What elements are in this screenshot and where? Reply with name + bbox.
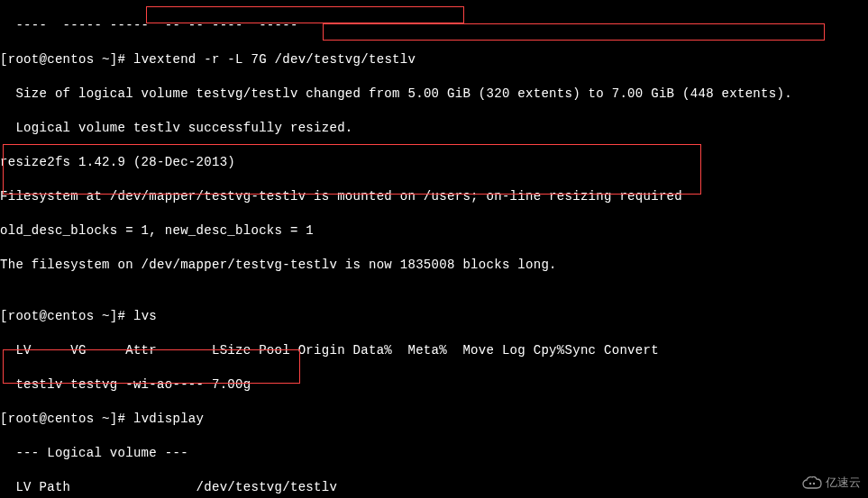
svg-point-0 — [809, 482, 811, 484]
prompt-line-lvdisplay: [root@centos ~]# lvdisplay — [0, 411, 868, 428]
lv-path: LV Path /dev/testvg/testlv — [0, 479, 868, 496]
resize2fs: resize2fs 1.42.9 (28-Dec-2013) — [0, 154, 868, 171]
desc-blocks: old_desc_blocks = 1, new_desc_blocks = 1 — [0, 222, 868, 240]
fs-now: The filesystem on /dev/mapper/testvg-tes… — [0, 257, 868, 274]
lvdisplay-header: --- Logical volume --- — [0, 445, 868, 462]
resize-success: Logical volume testlv successfully resiz… — [0, 120, 868, 137]
prompt: [root@centos ~]# — [0, 412, 133, 426]
truncated-line: ---- ----- ----- -- -- ---- ----- — [0, 17, 868, 34]
prompt-line-lvs: [root@centos ~]# lvs — [0, 308, 868, 325]
cloud-icon — [802, 476, 822, 489]
prompt: [root@centos ~]# — [0, 309, 133, 323]
size-change-line: Size of logical volume testvg/testlv cha… — [0, 86, 868, 103]
lvs-row: testlv testvg -wi-ao---- 7.00g — [0, 376, 868, 394]
lvextend-command: lvextend -r -L 7G /dev/testvg/testlv — [133, 52, 416, 67]
lvs-header: LV VG Attr LSize Pool Origin Data% Meta%… — [0, 342, 868, 359]
fs-mounted: Filesystem at /dev/mapper/testvg-testlv … — [0, 188, 868, 205]
svg-point-1 — [813, 482, 815, 484]
terminal-output: ---- ----- ----- -- -- ---- ----- [root@… — [0, 0, 868, 498]
lvdisplay-command: lvdisplay — [133, 412, 204, 426]
prompt-line-lvextend: [root@centos ~]# lvextend -r -L 7G /dev/… — [0, 51, 868, 68]
size-change-highlight: changed from 5.00 GiB (320 extents) to 7… — [306, 86, 791, 101]
lvs-command: lvs — [133, 309, 157, 323]
watermark: 亿速云 — [802, 474, 861, 491]
prompt: [root@centos ~]# — [0, 52, 133, 67]
watermark-text: 亿速云 — [826, 474, 861, 491]
